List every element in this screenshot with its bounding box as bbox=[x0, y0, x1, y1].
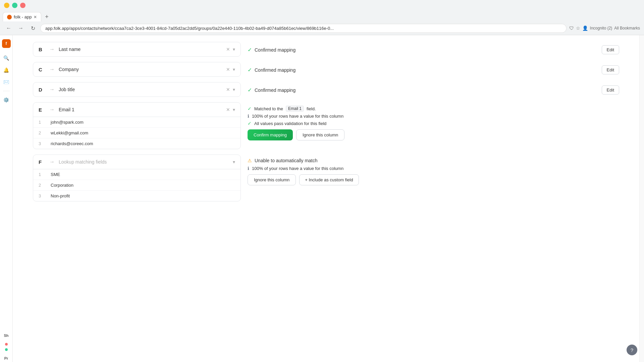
field-clear-c[interactable]: ✕ bbox=[226, 67, 230, 72]
address-bar[interactable] bbox=[40, 24, 567, 33]
field-selector-d: Job title ✕ ▾ bbox=[59, 87, 235, 92]
status-warning-f: ⚠ Unable to automatically match bbox=[248, 158, 359, 163]
field-selector-f: Lookup matching fields ▾ bbox=[59, 159, 235, 165]
field-dropdown-d[interactable]: ▾ bbox=[233, 87, 235, 92]
browser-chrome: folk - app ✕ + ← → ↻ 🛡 ☆ 👤 Incognito (2)… bbox=[0, 0, 644, 35]
minimize-button[interactable] bbox=[4, 3, 9, 8]
data-row-f-1: 1 SME bbox=[33, 169, 240, 180]
edit-button-b[interactable]: Edit bbox=[602, 45, 619, 54]
field-selector-b: Last name ✕ ▾ bbox=[59, 47, 235, 52]
status-info1-e: ℹ 100% of your rows have a value for thi… bbox=[248, 114, 344, 119]
row-num-f-2: 2 bbox=[39, 183, 45, 188]
row-value-f-3: Non-profit bbox=[51, 193, 70, 198]
mapping-status-e: ✓ Matched to the Email 1 field. ℹ 100% o… bbox=[248, 102, 344, 140]
close-button[interactable] bbox=[20, 3, 25, 8]
column-header-d: D → Job title ✕ ▾ bbox=[33, 82, 240, 97]
matched-prefix-e: Matched to the bbox=[254, 106, 283, 111]
field-clear-e[interactable]: ✕ bbox=[226, 107, 230, 112]
column-card-e: E → Email 1 ✕ ▾ 1 john@spark.com 2 bbox=[33, 102, 241, 149]
warning-label-f: Unable to automatically match bbox=[255, 158, 318, 163]
row-num-e-3: 3 bbox=[39, 141, 45, 146]
profile-icon[interactable]: 👤 bbox=[582, 25, 588, 31]
info-text2-e: All values pass validation for this fiel… bbox=[254, 121, 326, 126]
data-row-f-3: 3 Non-profit bbox=[33, 191, 240, 201]
status-confirmed-b: ✓ Confirmed mapping Edit bbox=[248, 45, 619, 54]
row-num-e-1: 1 bbox=[39, 120, 45, 125]
column-card-f: F → Lookup matching fields ▾ 1 SME 2 bbox=[33, 155, 241, 201]
status-info1-f: ℹ 100% of your rows have a value for thi… bbox=[248, 166, 359, 171]
column-card-d: D → Job title ✕ ▾ bbox=[33, 82, 241, 97]
action-buttons-f: Ignore this column + Include as custom f… bbox=[248, 174, 359, 185]
column-header-e: E → Email 1 ✕ ▾ bbox=[33, 103, 240, 117]
new-tab-button[interactable]: + bbox=[43, 13, 51, 21]
mapping-status-f: ⚠ Unable to automatically match ℹ 100% o… bbox=[248, 155, 359, 185]
title-bar bbox=[0, 0, 644, 11]
mapping-row-e: E → Email 1 ✕ ▾ 1 john@spark.com 2 bbox=[33, 102, 619, 149]
confirm-mapping-button-e[interactable]: Confirm mapping bbox=[248, 129, 293, 140]
field-dropdown-f[interactable]: ▾ bbox=[233, 159, 235, 165]
arrow-icon-e: → bbox=[49, 107, 55, 113]
reload-button[interactable]: ↻ bbox=[28, 23, 38, 33]
info-text1-f: 100% of your rows have a value for this … bbox=[252, 166, 343, 171]
back-button[interactable]: ← bbox=[4, 23, 13, 33]
tab-favicon bbox=[7, 15, 12, 19]
column-letter-b: B bbox=[39, 47, 45, 52]
column-header-c: C → Company ✕ ▾ bbox=[33, 62, 240, 76]
status-info2-e: ✓ All values pass validation for this fi… bbox=[248, 121, 344, 126]
browser-tab[interactable]: folk - app ✕ bbox=[3, 12, 41, 21]
arrow-icon-f: → bbox=[49, 159, 55, 165]
sidebar-logo: f bbox=[2, 39, 11, 48]
column-rows-f: 1 SME 2 Corporation 3 Non-profit bbox=[33, 169, 240, 201]
help-button[interactable]: ? bbox=[627, 345, 637, 355]
shield-icon: 🛡 bbox=[569, 25, 574, 31]
matched-suffix-e: field. bbox=[307, 106, 316, 111]
ignore-column-button-f[interactable]: Ignore this column bbox=[248, 174, 296, 185]
arrow-icon-b: → bbox=[49, 46, 55, 52]
row-value-f-1: SME bbox=[51, 172, 60, 177]
sidebar-bottom: Sh Pr bbox=[2, 331, 11, 362]
status-label-d: Confirmed mapping bbox=[255, 87, 296, 93]
tab-close-icon[interactable]: ✕ bbox=[34, 15, 37, 19]
field-dropdown-e[interactable]: ▾ bbox=[233, 107, 235, 112]
mapping-status-c: ✓ Confirmed mapping Edit bbox=[248, 62, 619, 74]
mapping-status-d: ✓ Confirmed mapping Edit bbox=[248, 82, 619, 95]
sidebar-item-notifications[interactable]: 🔔 bbox=[2, 65, 11, 75]
arrow-icon-d: → bbox=[49, 86, 55, 93]
forward-button[interactable]: → bbox=[16, 23, 25, 33]
maximize-button[interactable] bbox=[12, 3, 17, 8]
row-value-e-1: john@spark.com bbox=[51, 120, 84, 125]
field-dropdown-b[interactable]: ▾ bbox=[233, 47, 235, 52]
field-name-e: Email 1 bbox=[59, 107, 223, 112]
column-card-b: B → Last name ✕ ▾ bbox=[33, 42, 241, 57]
sidebar-item-profile[interactable]: Pr bbox=[2, 354, 11, 362]
sidebar: f 🔍 🔔 ✉️ ⚙️ Sh Pr bbox=[0, 35, 13, 362]
sidebar-item-search[interactable]: 🔍 bbox=[2, 53, 11, 63]
sidebar-divider bbox=[3, 91, 10, 91]
data-row-e-1: 1 john@spark.com bbox=[33, 117, 240, 128]
main-content: B → Last name ✕ ▾ ✓ Confirmed mapping Ed… bbox=[13, 35, 639, 362]
mapping-row-d: D → Job title ✕ ▾ ✓ Confirmed mapping Ed… bbox=[33, 82, 619, 97]
data-row-e-2: 2 wLekki@gmail.com bbox=[33, 128, 240, 138]
star-icon[interactable]: ☆ bbox=[576, 25, 580, 31]
include-custom-field-button-f[interactable]: + Include as custom field bbox=[299, 174, 359, 185]
row-value-e-2: wLekki@gmail.com bbox=[51, 130, 88, 135]
field-selector-c: Company ✕ ▾ bbox=[59, 67, 235, 72]
column-header-b: B → Last name ✕ ▾ bbox=[33, 42, 240, 56]
field-clear-b[interactable]: ✕ bbox=[226, 47, 230, 52]
edit-button-d[interactable]: Edit bbox=[602, 85, 619, 95]
mapping-row-f: F → Lookup matching fields ▾ 1 SME 2 bbox=[33, 155, 619, 201]
row-num-f-1: 1 bbox=[39, 172, 45, 177]
field-dropdown-c[interactable]: ▾ bbox=[233, 67, 235, 72]
edit-button-c[interactable]: Edit bbox=[602, 65, 619, 74]
field-name-c: Company bbox=[59, 67, 223, 72]
ignore-column-button-e[interactable]: Ignore this column bbox=[296, 129, 344, 140]
field-clear-d[interactable]: ✕ bbox=[226, 87, 230, 92]
sidebar-item-messages[interactable]: ✉️ bbox=[2, 77, 11, 87]
column-rows-e: 1 john@spark.com 2 wLekki@gmail.com 3 ri… bbox=[33, 117, 240, 149]
sidebar-item-shortcuts[interactable]: Sh bbox=[2, 331, 11, 340]
check-icon-b: ✓ bbox=[248, 47, 252, 53]
sidebar-item-settings[interactable]: ⚙️ bbox=[2, 95, 11, 105]
check-icon-c: ✓ bbox=[248, 67, 252, 73]
status-matched-line-e: ✓ Matched to the Email 1 field. bbox=[248, 106, 344, 112]
mapping-row-b: B → Last name ✕ ▾ ✓ Confirmed mapping Ed… bbox=[33, 42, 619, 57]
